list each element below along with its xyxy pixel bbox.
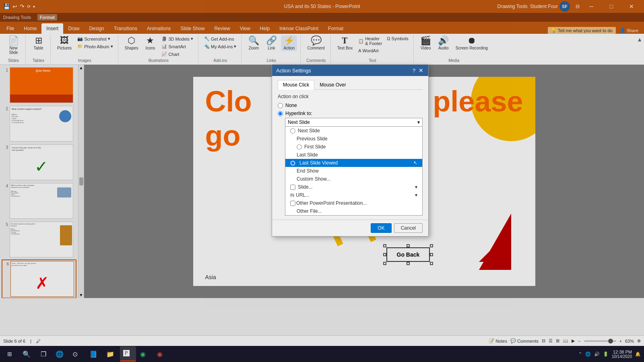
hyperlink-dropdown[interactable]: Next Slide ▾ xyxy=(285,118,423,127)
dropdown-right-arrow: ▾ xyxy=(415,184,417,190)
radio-next-slide[interactable] xyxy=(290,128,295,134)
dropdown-item-last-slide-viewed[interactable]: Last Slide Viewed ↖ xyxy=(285,159,422,167)
dropdown-item-slide[interactable]: Slide... ▾ xyxy=(285,183,422,191)
dialog-overlay: Action Settings ? ✕ Mouse Click Mouse Ov… xyxy=(0,0,644,362)
dropdown-item-last-slide[interactable]: Last Slide xyxy=(285,151,422,159)
cancel-button[interactable]: Cancel xyxy=(394,223,423,233)
dialog-help-icon[interactable]: ? xyxy=(413,68,415,74)
dialog-footer: OK Cancel xyxy=(272,220,428,236)
none-radio-row: None xyxy=(278,103,423,108)
dialog-tab-mouse-click[interactable]: Mouse Click xyxy=(278,80,314,90)
radio-first-slide[interactable] xyxy=(297,144,302,150)
radio-last-slide-viewed[interactable] xyxy=(290,160,295,166)
dialog-title: Action Settings xyxy=(276,68,311,74)
dialog-close-icon[interactable]: ✕ xyxy=(418,67,424,74)
dropdown-item-first-slide[interactable]: First Slide xyxy=(285,143,422,151)
url-dropdown-arrow: ▾ xyxy=(415,192,417,198)
cursor-indicator: ↖ xyxy=(413,160,417,166)
dialog-section-title: Action on click xyxy=(278,94,423,99)
dropdown-item-end-show[interactable]: End Show xyxy=(285,167,422,175)
dropdown-item-custom-show[interactable]: Custom Show... xyxy=(285,175,422,183)
checkbox-highlight[interactable] xyxy=(290,201,295,206)
dropdown-arrow-icon: ▾ xyxy=(417,119,420,125)
dialog-tabs: Mouse Click Mouse Over xyxy=(278,80,423,90)
dropdown-item-previous-slide[interactable]: Previous Slide xyxy=(285,135,422,143)
hyperlink-label: Hyperlink to: xyxy=(285,111,312,116)
action-settings-dialog: Action Settings ? ✕ Mouse Click Mouse Ov… xyxy=(272,64,429,237)
dialog-body: Mouse Click Mouse Over Action on click N… xyxy=(272,76,428,220)
none-radio[interactable] xyxy=(278,103,283,108)
hyperlink-radio-row: Hyperlink to: xyxy=(278,111,423,116)
hyperlink-dropdown-list: Next Slide Previous Slide First Slide La… xyxy=(285,127,423,216)
dialog-titlebar-icons: ? ✕ xyxy=(413,67,424,74)
dropdown-item-next-slide[interactable]: Next Slide xyxy=(285,127,422,135)
dialog-tab-mouse-over[interactable]: Mouse Over xyxy=(314,80,351,90)
checkbox-play-sound[interactable] xyxy=(290,185,295,190)
dropdown-item-url[interactable]: IN URL... ▾ xyxy=(285,191,422,199)
dropdown-item-other-ppt[interactable]: Other PowerPoint Presentation... xyxy=(285,199,422,207)
hyperlink-selected-value: Next Slide xyxy=(288,119,310,125)
ok-button[interactable]: OK xyxy=(371,223,391,233)
hyperlink-radio[interactable] xyxy=(278,111,283,116)
dialog-titlebar: Action Settings ? ✕ xyxy=(272,65,428,76)
none-label: None xyxy=(285,103,297,108)
dropdown-item-other-file[interactable]: Other File... xyxy=(285,207,422,215)
